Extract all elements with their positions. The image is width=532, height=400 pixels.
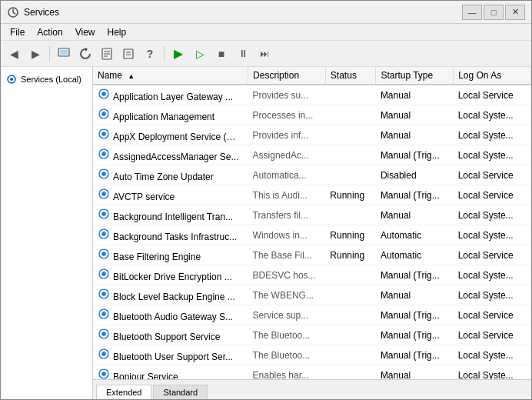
service-description-cell: Automatica... bbox=[248, 165, 326, 185]
svg-point-47 bbox=[103, 313, 105, 315]
svg-point-11 bbox=[10, 78, 13, 81]
service-name-cell: Bonjour Service bbox=[93, 365, 248, 380]
service-status-cell: Running bbox=[325, 245, 376, 265]
table-row[interactable]: Auto Time Zone UpdaterAutomatica...Disab… bbox=[93, 165, 531, 185]
services-table-container[interactable]: Name ▲ Description Status Startup Type L… bbox=[93, 67, 531, 379]
resume-service-button[interactable]: ⏭ bbox=[254, 44, 274, 64]
help-button[interactable]: ? bbox=[140, 44, 160, 64]
service-status-cell bbox=[325, 125, 376, 145]
menu-bar: File Action View Help bbox=[1, 24, 531, 41]
service-description-cell: Processes in... bbox=[248, 105, 326, 125]
refresh-button[interactable] bbox=[75, 44, 95, 64]
properties-button[interactable] bbox=[118, 44, 138, 64]
service-name-cell: BitLocker Drive Encryption ... bbox=[93, 265, 248, 285]
show-hide-console-button[interactable] bbox=[54, 44, 74, 64]
services-window: Services — □ ✕ File Action View Help ◀ ▶… bbox=[0, 0, 532, 400]
svg-point-56 bbox=[103, 373, 105, 375]
maximize-button[interactable]: □ bbox=[484, 5, 504, 20]
service-name-text: Application Management bbox=[113, 112, 214, 122]
pause-service-button[interactable]: ⏸ bbox=[233, 44, 253, 64]
service-status-cell bbox=[325, 165, 376, 185]
table-row[interactable]: Application ManagementProcesses in...Man… bbox=[93, 105, 531, 125]
tab-standard[interactable]: Standard bbox=[153, 385, 208, 399]
table-row[interactable]: Background Tasks Infrastruc...Windows in… bbox=[93, 225, 531, 245]
svg-point-17 bbox=[103, 113, 105, 115]
window-controls: — □ ✕ bbox=[462, 5, 525, 20]
service-logon-cell: Local Syste... bbox=[454, 225, 531, 245]
stop-service-button[interactable]: ■ bbox=[211, 44, 231, 64]
table-row[interactable]: BitLocker Drive Encryption ...BDESVC hos… bbox=[93, 265, 531, 285]
service-startup-cell: Manual bbox=[376, 205, 454, 225]
table-row[interactable]: Application Layer Gateway ...Provides su… bbox=[93, 85, 531, 105]
service-description-cell: This is Audi... bbox=[248, 185, 326, 205]
service-name-cell: Background Intelligent Tran... bbox=[93, 205, 248, 225]
table-row[interactable]: Bonjour ServiceEnables har...ManualLocal… bbox=[93, 365, 531, 380]
service-status-cell bbox=[325, 205, 376, 225]
service-name-text: Bluetooth Support Service bbox=[113, 332, 220, 342]
service-icon bbox=[98, 88, 110, 100]
col-header-startup[interactable]: Startup Type bbox=[376, 67, 454, 85]
table-row[interactable]: Background Intelligent Tran...Transfers … bbox=[93, 205, 531, 225]
service-icon bbox=[98, 168, 110, 180]
table-row[interactable]: AppX Deployment Service (…Provides inf..… bbox=[93, 125, 531, 145]
start-service2-button[interactable]: ▷ bbox=[190, 44, 210, 64]
svg-point-53 bbox=[103, 353, 105, 355]
service-logon-cell: Local Service bbox=[454, 245, 531, 265]
service-startup-cell: Automatic bbox=[376, 245, 454, 265]
service-description-cell: The Base Fil... bbox=[248, 245, 326, 265]
col-header-name[interactable]: Name ▲ bbox=[93, 67, 248, 85]
forward-button[interactable]: ▶ bbox=[25, 44, 45, 64]
svg-point-29 bbox=[103, 193, 105, 195]
table-row[interactable]: Bluetooth Support ServiceThe Bluetoo...M… bbox=[93, 325, 531, 345]
service-icon bbox=[98, 308, 110, 320]
menu-action[interactable]: Action bbox=[31, 25, 68, 39]
service-logon-cell: Local Syste... bbox=[454, 285, 531, 305]
tab-extended[interactable]: Extended bbox=[96, 385, 151, 399]
export-list-button[interactable] bbox=[97, 44, 117, 64]
service-name-cell: Application Layer Gateway ... bbox=[93, 85, 248, 105]
service-icon bbox=[98, 368, 110, 379]
service-startup-cell: Manual bbox=[376, 85, 454, 105]
close-button[interactable]: ✕ bbox=[505, 5, 525, 20]
back-button[interactable]: ◀ bbox=[4, 44, 24, 64]
table-row[interactable]: AVCTP serviceThis is Audi...RunningManua… bbox=[93, 185, 531, 205]
start-service-button[interactable]: ▶ bbox=[168, 44, 188, 64]
service-description-cell: BDESVC hos... bbox=[248, 265, 326, 285]
service-name-text: Block Level Backup Engine ... bbox=[113, 292, 235, 302]
service-description-cell: The WBENG... bbox=[248, 285, 326, 305]
table-row[interactable]: Bluetooth User Support Ser...The Bluetoo… bbox=[93, 345, 531, 365]
service-startup-cell: Manual bbox=[376, 365, 454, 380]
table-row[interactable]: Block Level Backup Engine ...The WBENG..… bbox=[93, 285, 531, 305]
service-icon bbox=[98, 188, 110, 200]
sidebar-services-local[interactable]: Services (Local) bbox=[1, 70, 92, 88]
sidebar-item-label: Services (Local) bbox=[21, 75, 81, 84]
main-panel: Name ▲ Description Status Startup Type L… bbox=[93, 67, 531, 399]
toolbar-separator-1 bbox=[49, 46, 50, 62]
col-header-logon[interactable]: Log On As bbox=[454, 67, 531, 85]
services-local-icon bbox=[5, 73, 18, 85]
service-status-cell bbox=[325, 325, 376, 345]
table-row[interactable]: Bluetooth Audio Gateway S...Service sup.… bbox=[93, 305, 531, 325]
service-logon-cell: Local Syste... bbox=[454, 205, 531, 225]
col-header-description[interactable]: Description bbox=[248, 67, 326, 85]
menu-view[interactable]: View bbox=[69, 25, 101, 39]
table-header-row: Name ▲ Description Status Startup Type L… bbox=[93, 67, 531, 85]
service-name-cell: Auto Time Zone Updater bbox=[93, 165, 248, 185]
table-row[interactable]: AssignedAccessManager Se...AssignedAc...… bbox=[93, 145, 531, 165]
service-name-text: AppX Deployment Service (… bbox=[113, 132, 235, 142]
service-icon bbox=[98, 148, 110, 160]
col-header-status[interactable]: Status bbox=[325, 67, 376, 85]
service-logon-cell: Local Service bbox=[454, 185, 531, 205]
menu-help[interactable]: Help bbox=[101, 25, 133, 39]
table-row[interactable]: Base Filtering EngineThe Base Fil...Runn… bbox=[93, 245, 531, 265]
service-name-cell: AssignedAccessManager Se... bbox=[93, 145, 248, 165]
menu-file[interactable]: File bbox=[4, 25, 31, 39]
service-name-text: Base Filtering Engine bbox=[113, 252, 201, 262]
service-status-cell bbox=[325, 305, 376, 325]
service-logon-cell: Local Service bbox=[454, 325, 531, 345]
service-startup-cell: Manual (Trig... bbox=[376, 265, 454, 285]
service-logon-cell: Local Service bbox=[454, 305, 531, 325]
minimize-button[interactable]: — bbox=[462, 5, 482, 20]
services-table-body: Application Layer Gateway ...Provides su… bbox=[93, 85, 531, 379]
sort-arrow-icon: ▲ bbox=[128, 72, 135, 80]
